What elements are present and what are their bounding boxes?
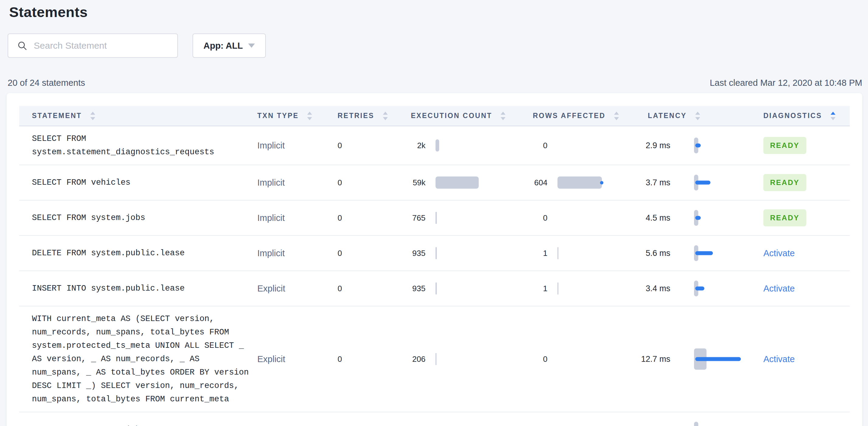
retries-cell: 0 [338, 284, 411, 293]
rows-affected-value: 604 [533, 178, 548, 187]
table-row: SELECT FROM system.jobsImplicit076504.5 … [19, 201, 850, 236]
latency-bar-chart [694, 242, 758, 265]
diagnostics-cell: READY [764, 174, 850, 191]
column-header-label: EXECUTION COUNT [411, 112, 492, 120]
latency-value: 5.6 ms [640, 249, 670, 258]
execution-count-bar [436, 177, 479, 189]
table-row: WITH current_meta AS (SELECT version, nu… [19, 306, 850, 412]
txn-type-value: Implicit [257, 248, 285, 258]
execution-count-value: 935 [411, 284, 426, 293]
execution-count-bar-area [436, 139, 439, 152]
retries-value: 0 [338, 213, 342, 223]
rows-affected-value: 1 [533, 249, 548, 258]
rows-affected-cell: 0 [533, 353, 640, 366]
execution-count-cell: 206 [411, 353, 533, 366]
statement-text[interactable]: SELECT FROM system.jobs [32, 211, 145, 224]
rows-affected-cell: 0 [533, 211, 640, 224]
diagnostics-ready-badge[interactable]: READY [764, 174, 806, 191]
statement-text[interactable]: INSERT INTO system.public.lease [32, 282, 185, 295]
statement-cell: INSERT INTO system.public.lease [19, 282, 257, 295]
txn-type-value: Explicit [257, 354, 285, 364]
statement-text[interactable]: DELETE FROM system.public.lease [32, 246, 185, 260]
table-row: INSERT INTO system.public.leaseExplicit0… [19, 271, 850, 306]
latency-mean-bar [695, 357, 741, 361]
page-title: Statements [9, 4, 88, 20]
sort-arrows-icon [307, 112, 312, 120]
sort-arrows-icon [383, 112, 388, 120]
diagnostics-cell: READY [764, 209, 850, 226]
column-header-txn-type[interactable]: TXN TYPE [257, 112, 338, 120]
execution-count-bar [436, 140, 439, 152]
app-filter-dropdown[interactable]: App: ALL [192, 33, 266, 58]
retries-cell: 0 [338, 213, 411, 223]
retries-value: 0 [338, 178, 342, 187]
diagnostics-ready-badge[interactable]: READY [764, 209, 806, 226]
chevron-down-icon [248, 43, 255, 48]
search-input[interactable] [34, 40, 177, 51]
column-header-rows-affected[interactable]: ROWS AFFECTED [533, 112, 640, 120]
sort-asc-icon [831, 112, 835, 115]
sort-asc-icon [383, 112, 388, 115]
rows-affected-value: 0 [533, 425, 548, 426]
rows-affected-value: 0 [533, 355, 548, 364]
diagnostics-activate-link[interactable]: Activate [764, 248, 795, 258]
rows-affected-cell: 0 [533, 139, 640, 152]
txn-type-cell: Explicit [257, 354, 338, 364]
diagnostics-cell: READY [764, 137, 850, 154]
rows-affected-value: 0 [533, 141, 548, 150]
diagnostics-activate-link[interactable]: Activate [764, 283, 795, 294]
execution-count-value: 765 [411, 213, 426, 223]
search-box[interactable] [8, 33, 178, 58]
sort-desc-icon [383, 117, 388, 120]
column-header-latency[interactable]: LATENCY [640, 112, 764, 120]
execution-count-bar-area [436, 282, 437, 295]
latency-cell: 3.4 ms [640, 277, 764, 300]
txn-type-value: Implicit [257, 425, 285, 426]
column-header-execution-count[interactable]: EXECUTION COUNT [411, 112, 533, 120]
latency-value: 3.7 ms [640, 178, 670, 187]
statements-count: 20 of 24 statements [8, 78, 85, 88]
execution-count-cell: 935 [411, 282, 533, 295]
txn-type-value: Implicit [257, 178, 285, 188]
diagnostics-activate-link[interactable]: Activate [764, 354, 795, 364]
statement-text[interactable]: SELECT FROM system.jobs [32, 423, 145, 426]
sort-arrows-icon [90, 112, 95, 120]
statement-cell: SELECT FROM system.jobs [19, 211, 257, 224]
diagnostics-ready-badge[interactable]: READY [764, 137, 806, 154]
column-header-diagnostics[interactable]: DIAGNOSTICS [764, 112, 850, 120]
txn-type-cell: Implicit [257, 425, 338, 426]
statement-text[interactable]: SELECT FROM vehicles [32, 176, 130, 189]
execution-count-cell: 59k [411, 176, 533, 189]
rows-affected-cell: 0 [533, 423, 640, 426]
latency-mean-bar [695, 181, 710, 185]
column-header-statement[interactable]: STATEMENT [19, 106, 257, 126]
diagnostics-activate-link[interactable]: Activate [764, 425, 795, 426]
column-header-retries[interactable]: RETRIES [338, 112, 411, 120]
last-cleared-timestamp: Last cleared Mar 12, 2020 at 10:48 PM [710, 78, 862, 88]
execution-count-value: 9 [411, 425, 426, 426]
execution-count-cell: 765 [411, 211, 533, 224]
rows-affected-cell: 1 [533, 282, 640, 295]
retries-value: 0 [338, 425, 342, 426]
latency-mean-bar [695, 144, 701, 148]
latency-cell: 2.9 ms [640, 134, 764, 157]
txn-type-value: Implicit [257, 141, 285, 151]
latency-cell: 5.9 ms [640, 418, 764, 426]
latency-value: 4.5 ms [640, 213, 670, 223]
table-row: SELECT FROM vehiclesImplicit059k6043.7 m… [19, 165, 850, 201]
rows-affected-bar [557, 247, 558, 259]
statement-text[interactable]: SELECT FROM system.statement_diagnostics… [32, 132, 214, 159]
execution-count-cell: 9 [411, 423, 533, 426]
execution-count-bar [436, 247, 437, 259]
execution-count-value: 59k [411, 178, 426, 187]
txn-type-value: Explicit [257, 283, 285, 294]
table-body: SELECT FROM system.statement_diagnostics… [19, 126, 850, 426]
rows-affected-stdev-dot [600, 181, 603, 184]
table-row: SELECT FROM system.jobsImplicit0905.9 ms… [19, 412, 850, 426]
execution-count-bar-area [436, 353, 436, 366]
statement-text[interactable]: WITH current_meta AS (SELECT version, nu… [32, 312, 249, 406]
column-header-label: LATENCY [648, 112, 687, 120]
column-header-label: STATEMENT [32, 112, 82, 120]
rows-affected-cell: 1 [533, 246, 640, 260]
latency-cell: 4.5 ms [640, 206, 764, 230]
